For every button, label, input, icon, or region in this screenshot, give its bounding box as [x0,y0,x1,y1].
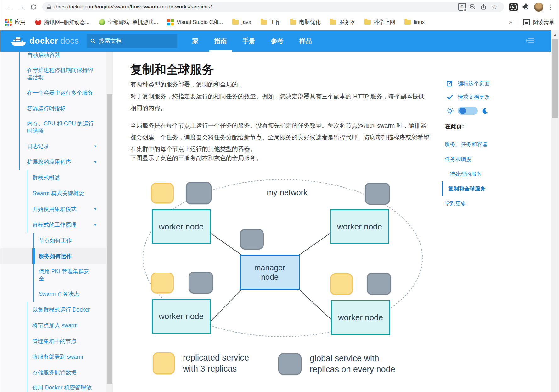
bookmark-item[interactable]: 服务器 [330,19,355,26]
paragraph: 有两种类型的服务部署，复制的和全局的。 [130,79,430,90]
sidebar-item[interactable]: 节点如何工作 [0,233,106,248]
docker-docs-logo[interactable]: dockerdocs [11,36,79,47]
chevron-down-icon[interactable]: ▼ [93,158,97,166]
sidebar-item[interactable]: 日志记录▼ [0,138,106,154]
folder-icon [261,20,267,25]
bookmark-star-icon[interactable]: ☆ [489,2,500,12]
request-changes-link[interactable]: 请求文档更改 [447,93,490,101]
sidebar-scrollbar-thumb[interactable] [107,94,112,384]
visual-studio-icon [167,19,174,25]
extension-video-icon[interactable]: ▶ [509,3,518,11]
page-toc: 服务、任务和容器任务和调度待处理的服务复制和全球服务学到更多 [442,137,516,211]
nav-tab-3[interactable]: 参考 [270,36,284,47]
reload-icon[interactable] [27,1,39,13]
extensions-puzzle-icon[interactable] [522,3,530,11]
profile-avatar[interactable] [534,3,543,12]
nav-tab-4[interactable]: 样品 [299,36,313,47]
toc-link[interactable]: 复制和全球服务 [442,181,516,196]
toc-link[interactable]: 待处理的服务 [442,167,516,181]
brand-docker: docker [29,36,58,46]
bookmark-item[interactable]: 电脑优化 [290,19,320,26]
chevron-down-icon[interactable]: ▼ [93,221,97,229]
bookmarks-overflow-icon[interactable]: » [509,19,512,26]
bookmark-apps[interactable]: 应用 [15,19,25,26]
lock-icon [47,4,51,10]
sidebar-item[interactable]: 内存、CPU 和 GPU 的运行时选项 [0,116,106,138]
toc-link[interactable]: 服务、任务和容器 [442,137,516,152]
sidebar-item[interactable]: 开始使用集群模式▼ [0,201,106,217]
sidebar-item[interactable]: 使用 Docker 机密管理敏感数据 [0,380,106,392]
toc-link[interactable]: 学到更多 [442,196,516,211]
network-label: my-network [252,188,322,197]
sidebar-item[interactable]: 存储服务配置数据 [0,365,106,380]
bookmark-item[interactable]: Visual Studio C和... [167,19,223,26]
page-scrollbar[interactable]: ▲ [551,30,559,392]
global-task-square [240,229,264,250]
global-task-square [189,272,213,294]
scrollbar-up-icon[interactable]: ▲ [551,30,559,39]
apps-grid-icon[interactable] [5,19,12,26]
sidebar-item[interactable]: 将节点加入 swarm [0,317,106,333]
sun-icon [447,107,454,114]
folder-icon [330,20,336,25]
bookmark-item[interactable]: 工作 [261,19,280,26]
sidebar-scrollbar[interactable] [106,52,113,392]
reading-list-icon [523,19,530,25]
nav-tab-1[interactable]: 指南 [214,36,228,47]
page-scrollbar-thumb[interactable] [552,39,558,118]
bookmark-item[interactable]: 船讯网--船舶动态... [35,19,90,26]
sidebar-item[interactable]: 服务如何运作 [0,248,106,264]
search-icon [90,38,96,44]
site-header: dockerdocs 家指南手册参考样品 [0,30,551,52]
browser-menu-icon[interactable]: ⋮ [547,3,554,11]
replicated-task-square [330,273,353,295]
bookmark-item[interactable]: java [232,19,251,25]
bookmark-item[interactable]: linux [404,19,425,25]
sidebar-item[interactable]: 自动启动容器 [0,52,106,63]
toc-toggle-icon[interactable] [526,37,534,46]
sidebar-item[interactable]: 使用 PKI 管理集群安全 [0,264,106,286]
divider [518,18,518,26]
chevron-down-icon[interactable]: ▼ [93,206,97,213]
zoom-out-icon[interactable] [467,2,478,12]
sidebar-item[interactable]: Swarm 任务状态 [0,286,106,302]
reading-list-button[interactable]: 阅读清单 [533,19,554,26]
nav-tab-2[interactable]: 手册 [242,36,256,47]
sidebar-item[interactable]: 群模式概述 [0,170,106,185]
toc-link[interactable]: 任务和调度 [442,152,516,167]
check-icon [447,94,453,100]
url-text[interactable]: docs.docker.com/engine/swarm/how-swarm-m… [54,4,457,10]
browser-window: ← → docs.docker.com/engine/swarm/how-swa… [0,0,559,392]
brand-docs: docs [60,36,79,46]
paragraph: 对于复制服务，您指定要运行的相同任务的数量。例如，您决定部署具有三个副本的 HT… [130,91,430,114]
sidebar-item[interactable]: 扩展您的应用程序▼ [0,154,106,170]
paragraph: 全局服务是在每个节点上运行一个任务的服务。没有预先指定的任务数量。每次将节点添加… [130,120,430,155]
sidebar-item[interactable]: 群模式的工作原理▼ [0,217,106,233]
worker-node-box: worker node [330,209,389,244]
forward-icon[interactable]: → [15,1,27,13]
back-icon[interactable]: ← [3,1,15,13]
worker-node-box: worker node [331,300,390,335]
dark-mode-toggle[interactable] [458,107,478,115]
theme-switcher [447,107,488,115]
bookmark-item[interactable]: 科学上网 [364,19,395,26]
sidebar-item[interactable]: 在一个容器中运行多个服务 [0,85,106,101]
sidebar-item[interactable]: Swarm 模式关键概念 [0,185,106,201]
game-site-icon [99,19,105,25]
worker-node-box: worker node [152,209,211,244]
sidebar-item[interactable]: 管理集群中的节点 [0,333,106,349]
sidebar-item[interactable]: 在守护进程停机期间保持容器活动 [0,63,106,85]
edit-page-link[interactable]: 编辑这个页面 [447,80,490,87]
bookmark-item[interactable]: 全部游戏_单机游戏... [99,19,158,26]
sidebar-item[interactable]: 将服务部署到 swarm [0,349,106,365]
chevron-down-icon[interactable]: ▼ [93,143,97,150]
search-input[interactable] [98,37,173,45]
translate-icon[interactable]: G文 [457,2,467,12]
sidebar-item[interactable]: 以集群模式运行 Docker [0,302,106,317]
address-bar[interactable]: docs.docker.com/engine/swarm/how-swarm-m… [42,2,504,12]
share-icon[interactable] [478,2,489,12]
replicated-task-square [151,273,174,293]
nav-tab-0[interactable]: 家 [192,36,199,47]
sidebar-item[interactable]: 容器运行时指标 [0,101,106,116]
docs-search[interactable] [87,34,177,48]
